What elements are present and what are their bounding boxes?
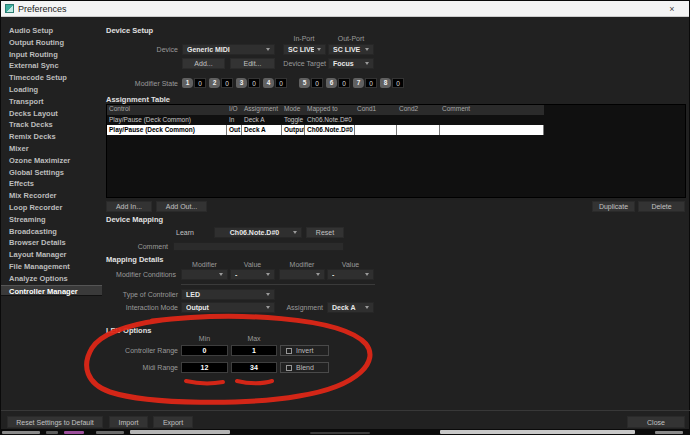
invert-label: Invert: [296, 347, 314, 354]
in-port-dropdown[interactable]: SC LIVE 4: [283, 44, 326, 55]
sidebar-item-transport[interactable]: Transport: [1, 96, 102, 108]
modifier-chip-4[interactable]: 40: [263, 78, 287, 88]
window-title: Preferences: [18, 4, 67, 14]
modifier-header-1: Modifier: [181, 260, 228, 269]
out-port-dropdown[interactable]: SC LIVE 4: [328, 44, 374, 55]
device-target-dropdown[interactable]: Focus: [328, 58, 374, 69]
midi-range-label: Midi Range: [81, 362, 178, 373]
chevron-down-icon: [365, 62, 369, 65]
chevron-down-icon: [365, 273, 369, 276]
sidebar-item-global-settings[interactable]: Global Settings: [1, 167, 102, 179]
midi-range-min-field[interactable]: 12: [181, 362, 228, 373]
mapped-note-value: Ch06.Note.D#0: [219, 229, 290, 236]
invert-checkbox[interactable]: [286, 348, 292, 354]
sidebar-item-effects[interactable]: Effects: [1, 178, 102, 190]
sidebar-item-remix-decks[interactable]: Remix Decks: [1, 131, 102, 143]
device-target-label: Device Target: [241, 58, 326, 69]
modifier-chip-3[interactable]: 30: [236, 78, 260, 88]
sidebar-item-broadcasting[interactable]: Broadcasting: [1, 226, 102, 238]
sidebar-item-loading[interactable]: Loading: [1, 84, 102, 96]
controller-range-max-field[interactable]: 1: [231, 345, 277, 356]
comment-input[interactable]: [173, 242, 344, 251]
app-icon: [5, 4, 14, 13]
assignment-table-title: Assignment Table: [106, 95, 170, 104]
invert-checkbox-group[interactable]: Invert: [280, 345, 329, 356]
sidebar-item-input-routing[interactable]: Input Routing: [1, 49, 102, 61]
chevron-down-icon: [266, 48, 270, 51]
window-close-icon[interactable]: ×: [665, 2, 679, 16]
controller-range-label: Controller Range: [81, 345, 178, 356]
condition1-modifier-dropdown[interactable]: [181, 269, 228, 280]
min-header: Min: [181, 334, 228, 343]
reset-settings-button[interactable]: Reset Settings to Default: [7, 416, 103, 428]
sidebar-item-audio-setup[interactable]: Audio Setup: [1, 25, 102, 37]
sidebar-item-track-decks[interactable]: Track Decks: [1, 119, 102, 131]
table-row[interactable]: Play/Pause (Deck Common) In Deck A Toggl…: [107, 115, 544, 125]
blend-label: Blend: [296, 364, 314, 371]
add-device-button[interactable]: Add...: [182, 58, 225, 69]
out-port-value: SC LIVE 4: [333, 46, 362, 53]
blend-checkbox-group[interactable]: Blend: [280, 362, 329, 373]
sidebar-item-external-sync[interactable]: External Sync: [1, 60, 102, 72]
learn-button[interactable]: Learn: [164, 227, 206, 238]
midi-range-max-field[interactable]: 34: [231, 362, 277, 373]
condition2-value-dropdown[interactable]: -: [327, 269, 374, 280]
sidebar-item-mix-recorder[interactable]: Mix Recorder: [1, 190, 102, 202]
modifier-header-2: Modifier: [279, 260, 325, 269]
condition1-value-dropdown[interactable]: -: [230, 269, 275, 280]
title-bar: Preferences: [1, 1, 689, 17]
comment-label: Comment: [91, 241, 168, 252]
modifier-chip-1[interactable]: 10: [182, 78, 206, 88]
preferences-dialog: Preferences × Audio Setup Output Routing…: [0, 0, 690, 430]
assignment-table: Control I/O Assignment Mode Mapped to Co…: [106, 104, 686, 198]
modifier-chip-2[interactable]: 20: [209, 78, 233, 88]
modifier-chip-8[interactable]: 80: [380, 78, 404, 88]
delete-button[interactable]: Delete: [638, 201, 685, 212]
chevron-down-icon: [365, 306, 369, 309]
table-row-selected[interactable]: Play/Pause (Deck Common) Out Deck A Outp…: [107, 125, 544, 135]
mapping-details-title: Mapping Details: [106, 255, 164, 264]
sidebar-item-output-routing[interactable]: Output Routing: [1, 37, 102, 49]
preferences-sidebar: Audio Setup Output Routing Input Routing…: [1, 25, 102, 296]
chevron-down-icon: [365, 48, 369, 51]
modifier-chip-6[interactable]: 60: [326, 78, 350, 88]
assignment-table-header: Control I/O Assignment Mode Mapped to Co…: [107, 105, 544, 115]
reset-button[interactable]: Reset: [306, 227, 344, 238]
chevron-down-icon: [266, 273, 270, 276]
out-port-label: Out-Port: [328, 34, 374, 43]
assignment-dropdown[interactable]: Deck A: [327, 302, 374, 313]
sidebar-item-ozone-maximizer[interactable]: Ozone Maximizer: [1, 155, 102, 167]
sidebar-item-decks-layout[interactable]: Decks Layout: [1, 108, 102, 120]
modifier-conditions-label: Modifier Conditions: [81, 269, 176, 280]
screenshot-root: Preferences × Audio Setup Output Routing…: [0, 0, 690, 435]
conditions-divider: [181, 284, 375, 285]
device-setup-title: Device Setup: [106, 26, 153, 35]
value-header-1: Value: [230, 260, 275, 269]
modifier-chip-5[interactable]: 50: [299, 78, 323, 88]
import-button[interactable]: Import: [109, 416, 148, 428]
condition2-modifier-dropdown[interactable]: [279, 269, 325, 280]
add-in-button[interactable]: Add In...: [106, 201, 152, 212]
sidebar-item-layout-manager[interactable]: Layout Manager: [1, 249, 102, 261]
duplicate-button[interactable]: Duplicate: [592, 201, 635, 212]
sidebar-item-timecode-setup[interactable]: Timecode Setup: [1, 72, 102, 84]
mapped-note-dropdown[interactable]: Ch06.Note.D#0: [214, 227, 302, 238]
device-mapping-title: Device Mapping: [106, 215, 163, 224]
modifier-chip-7[interactable]: 70: [353, 78, 377, 88]
sidebar-item-mixer[interactable]: Mixer: [1, 143, 102, 155]
device-dropdown[interactable]: Generic MIDI: [182, 44, 275, 55]
chevron-down-icon: [219, 273, 223, 276]
export-button[interactable]: Export: [153, 416, 193, 428]
sidebar-item-streaming[interactable]: Streaming: [1, 214, 102, 226]
chevron-down-icon: [317, 48, 321, 51]
chevron-down-icon: [293, 231, 297, 234]
close-button[interactable]: Close: [627, 416, 685, 428]
type-of-controller-dropdown[interactable]: LED: [181, 289, 275, 300]
blend-checkbox[interactable]: [286, 365, 292, 371]
add-out-button[interactable]: Add Out...: [156, 201, 207, 212]
assignment-label: Assignment: [241, 302, 323, 313]
sidebar-item-browser-details[interactable]: Browser Details: [1, 237, 102, 249]
controller-range-min-field[interactable]: 0: [181, 345, 228, 356]
value-header-2: Value: [327, 260, 374, 269]
sidebar-item-loop-recorder[interactable]: Loop Recorder: [1, 202, 102, 214]
